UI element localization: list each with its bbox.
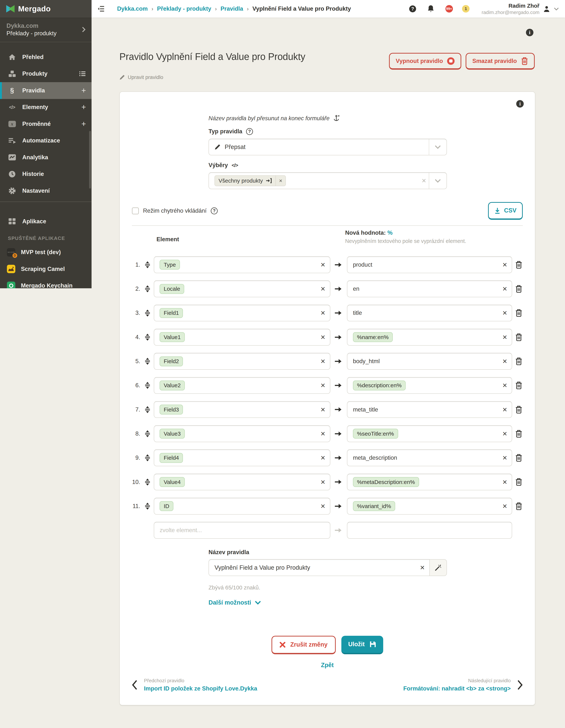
value-input-empty[interactable] (347, 522, 512, 539)
element-chip[interactable]: Field2 (159, 356, 183, 366)
next-rule-link[interactable]: Formátování: nahradit <b> za <strong> (403, 684, 511, 693)
sidebar-item-historie[interactable]: Historie (0, 166, 91, 183)
cancel-button[interactable]: Zrušit změny (271, 636, 336, 654)
selections-select[interactable]: Všechny produkty × × (208, 172, 447, 189)
clear-element-icon[interactable]: × (321, 333, 325, 341)
next-rule[interactable]: Následující pravidlo Formátování: nahrad… (403, 677, 511, 693)
value-input[interactable]: body_html × (347, 353, 512, 370)
code-icon[interactable]: </> (232, 162, 238, 168)
rule-name-input[interactable]: Vyplnění Field a Value pro Produkty × (208, 559, 430, 576)
plus-icon[interactable]: + (81, 120, 86, 128)
notification-count-badge[interactable]: 99+ (445, 5, 453, 13)
sidebar-item-prehled[interactable]: Přehled (0, 49, 91, 66)
value-chip[interactable]: %description:en% (353, 381, 406, 390)
element-input[interactable]: Field2 × (154, 353, 330, 370)
sidebar-item-aplikace[interactable]: Aplikace (0, 213, 91, 230)
bell-icon[interactable] (427, 5, 434, 13)
drag-handle-icon[interactable] (144, 261, 151, 268)
clear-name-icon[interactable]: × (420, 564, 425, 572)
csv-button[interactable]: CSV (488, 202, 523, 220)
drag-handle-icon[interactable] (144, 333, 151, 341)
element-chip[interactable]: Field3 (159, 405, 183, 415)
more-options-link[interactable]: Další možnosti (208, 599, 261, 606)
value-chip[interactable]: %seoTitle:en% (353, 429, 398, 439)
clear-element-icon[interactable]: × (321, 478, 325, 486)
sidebar-item-promenne[interactable]: x Proměnné + (0, 116, 91, 132)
drag-handle-icon[interactable] (144, 382, 151, 389)
clear-element-icon[interactable]: × (321, 430, 325, 438)
remove-chip-icon[interactable]: × (276, 175, 286, 186)
sidebar-item-analytika[interactable]: Analytika (0, 149, 91, 166)
trash-icon[interactable] (515, 381, 523, 389)
value-input[interactable]: %metaDescription:en% × (347, 474, 512, 490)
clear-value-icon[interactable]: × (502, 430, 507, 438)
element-chip[interactable]: Type (159, 260, 180, 270)
value-input[interactable]: en × (347, 280, 512, 297)
clear-element-icon[interactable]: × (321, 261, 325, 269)
magic-wand-button[interactable] (430, 559, 447, 576)
trash-icon[interactable] (515, 454, 523, 462)
trash-icon[interactable] (515, 261, 523, 269)
drag-handle-icon[interactable] (144, 430, 151, 437)
value-input[interactable]: product × (347, 256, 512, 273)
clear-element-icon[interactable]: × (321, 309, 325, 317)
clear-value-icon[interactable]: × (502, 261, 507, 269)
trash-icon[interactable] (515, 502, 523, 510)
drag-handle-icon[interactable] (144, 478, 151, 486)
drag-handle-icon[interactable] (144, 454, 151, 462)
disable-rule-button[interactable]: Vypnout pravidlo (389, 53, 461, 70)
trash-icon[interactable] (515, 406, 523, 414)
card-info-icon[interactable]: i (516, 100, 524, 108)
person-icon[interactable] (543, 5, 550, 12)
clear-element-icon[interactable]: × (321, 357, 325, 365)
clear-value-icon[interactable]: × (502, 309, 507, 317)
element-input[interactable]: Locale × (154, 280, 330, 297)
value-input[interactable]: %variant_id% × (347, 498, 512, 515)
drag-handle-icon[interactable] (144, 358, 151, 365)
selection-chip[interactable]: Všechny produkty × (214, 175, 286, 186)
element-input[interactable]: Value2 × (154, 377, 330, 394)
help-icon[interactable]: ? (409, 5, 416, 12)
value-input[interactable]: title × (347, 305, 512, 322)
clear-value-icon[interactable]: × (502, 478, 507, 486)
question-icon[interactable]: ? (211, 207, 218, 214)
trash-icon[interactable] (515, 357, 523, 365)
element-chip[interactable]: Field4 (159, 453, 183, 463)
clear-element-icon[interactable]: × (321, 502, 325, 510)
value-chip[interactable]: %variant_id% (353, 501, 395, 511)
app-item-mergado-keychain[interactable]: Mergado Keychain (0, 279, 91, 288)
trash-icon[interactable] (515, 430, 523, 438)
page-info-icon[interactable]: i (526, 29, 533, 36)
sidebar-item-produkty[interactable]: Produkty (0, 66, 91, 82)
element-chip[interactable]: Value2 (159, 381, 184, 390)
clear-value-icon[interactable]: × (502, 357, 507, 365)
element-chip[interactable]: Value1 (159, 332, 184, 342)
element-input-empty[interactable]: zvolte element... (154, 522, 330, 539)
prev-rule[interactable]: Předchozí pravidlo Import ID položek ze … (144, 677, 257, 693)
element-chip[interactable]: Locale (159, 284, 184, 294)
drag-handle-icon[interactable] (144, 406, 151, 413)
element-input[interactable]: Field3 × (154, 401, 330, 418)
save-button[interactable]: Uložit (341, 636, 384, 654)
element-chip[interactable]: Value3 (159, 429, 184, 439)
element-chip[interactable]: Value4 (159, 477, 184, 487)
sidebar-item-automatizace[interactable]: Automatizace (0, 132, 91, 149)
app-item-scraping-camel[interactable]: Scraping Camel (0, 262, 91, 276)
clear-element-icon[interactable]: × (321, 381, 325, 389)
clear-element-icon[interactable]: × (321, 454, 325, 462)
element-input[interactable]: Value4 × (154, 474, 330, 490)
sidebar-item-elementy[interactable]: </> Elementy + (0, 99, 91, 116)
back-link[interactable]: Zpět (132, 662, 523, 669)
element-chip[interactable]: Field1 (159, 308, 183, 318)
project-switcher[interactable]: Dykka.com Překlady - produkty (0, 18, 91, 42)
drag-handle-icon[interactable] (144, 285, 151, 293)
element-input[interactable]: Value1 × (154, 329, 330, 346)
value-input[interactable]: %name:en% × (347, 329, 512, 346)
rule-type-select[interactable]: Přepsat (208, 139, 447, 156)
collapse-sidebar-icon[interactable] (97, 6, 105, 12)
breadcrumb-rules[interactable]: Pravidla (220, 5, 243, 12)
sidebar-scrollbar[interactable] (89, 131, 91, 188)
question-icon[interactable]: ? (246, 128, 253, 135)
drag-handle-icon[interactable] (144, 309, 151, 317)
breadcrumb-project[interactable]: Dykka.com (117, 5, 148, 12)
